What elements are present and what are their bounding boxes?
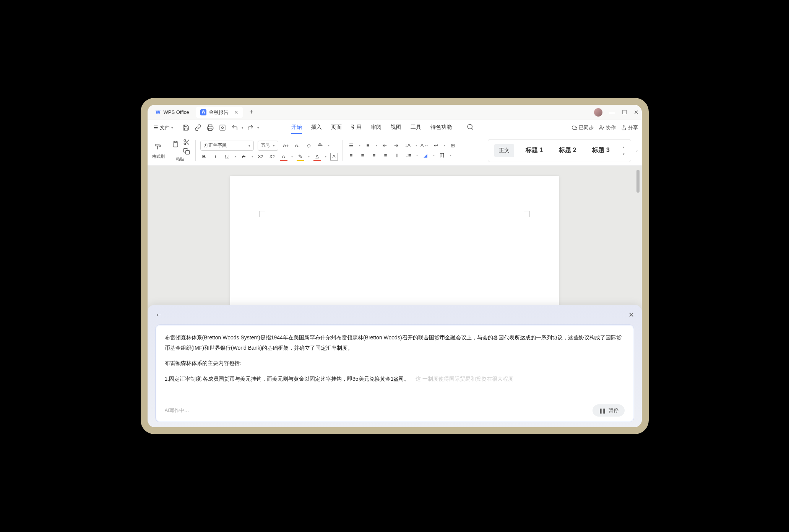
scroll-thumb[interactable] <box>636 170 640 193</box>
bullet-list-button[interactable]: ☰ <box>347 142 355 149</box>
undo-dropdown-icon[interactable]: ▾ <box>242 126 244 130</box>
tab-document[interactable]: W 金融报告 ✕ <box>196 107 243 118</box>
redo-dropdown-icon[interactable]: ▾ <box>257 126 259 130</box>
ai-content-box: 布雷顿森林体系(Bretton Woods System)是指1944年在美国新… <box>155 324 634 422</box>
menu-page[interactable]: 页面 <box>331 122 342 134</box>
sync-status[interactable]: 已同步 <box>572 124 594 131</box>
minimize-button[interactable]: — <box>609 109 615 115</box>
font-color-button[interactable]: A <box>280 153 287 161</box>
style-heading1[interactable]: 标题 1 <box>521 143 547 157</box>
menu-features[interactable]: 特色功能 <box>430 122 452 134</box>
ai-close-button[interactable]: ✕ <box>628 311 634 319</box>
chevron-down-icon[interactable]: ▾ <box>416 154 418 157</box>
border-button[interactable]: ⊞ <box>449 142 457 149</box>
line-break-button[interactable]: ↩ <box>432 142 440 149</box>
chevron-down-icon[interactable]: ▾ <box>325 155 326 158</box>
menu-start[interactable]: 开始 <box>291 122 302 134</box>
format-painter-button[interactable] <box>153 141 164 152</box>
ai-footer: AI写作中… ❚❚ 暂停 <box>165 404 625 417</box>
undo-button[interactable] <box>229 122 240 133</box>
menu-review[interactable]: 审阅 <box>371 122 382 134</box>
chevron-down-icon[interactable]: ▾ <box>328 144 330 147</box>
svg-rect-15 <box>185 151 189 154</box>
shading-button[interactable]: ◢ <box>422 152 429 159</box>
ai-back-button[interactable]: ← <box>155 310 163 319</box>
number-list-button[interactable]: ≡ <box>364 142 372 149</box>
align-center-button[interactable]: ≡ <box>359 152 367 159</box>
char-border-button[interactable]: A <box>330 153 338 161</box>
align-left-button[interactable]: ≡ <box>347 152 355 159</box>
phonetic-button[interactable]: ⺷ <box>317 142 324 149</box>
increase-indent-button[interactable]: ⇥ <box>393 142 400 149</box>
italic-button[interactable]: I <box>212 153 219 161</box>
add-tab-button[interactable]: + <box>245 108 257 116</box>
collab-button[interactable]: 协作 <box>599 124 616 131</box>
share-button[interactable]: 分享 <box>621 124 638 131</box>
styles-expand[interactable]: ▴▾ <box>623 145 625 156</box>
chevron-down-icon[interactable]: ▾ <box>416 144 417 147</box>
paste-group: 粘贴 <box>169 139 191 162</box>
text-direction-button[interactable]: ↕A <box>404 142 412 149</box>
print-preview-button[interactable] <box>217 122 228 133</box>
chevron-down-icon[interactable]: ▾ <box>433 154 435 157</box>
superscript-button[interactable]: X2 <box>268 153 276 161</box>
decrease-font-button[interactable]: A- <box>294 142 301 149</box>
close-window-button[interactable]: ✕ <box>634 109 639 116</box>
style-heading2[interactable]: 标题 2 <box>554 143 581 157</box>
font-size-value: 五号 <box>261 142 270 149</box>
text-shading-button[interactable]: A <box>313 153 321 161</box>
menu-reference[interactable]: 引用 <box>351 122 362 134</box>
search-button[interactable] <box>465 122 476 132</box>
copy-button[interactable] <box>183 148 190 155</box>
chevron-down-icon[interactable]: ▾ <box>359 144 360 147</box>
subscript-button[interactable]: X2 <box>257 153 265 161</box>
maximize-button[interactable]: ☐ <box>622 109 627 116</box>
chevron-down-icon[interactable]: ▾ <box>291 155 293 158</box>
distribute-button[interactable]: ⫴ <box>393 152 401 159</box>
svg-line-13 <box>187 143 188 144</box>
redo-button[interactable] <box>245 122 256 133</box>
cut-button[interactable] <box>183 139 190 146</box>
bold-button[interactable]: B <box>200 153 208 161</box>
share-label: 分享 <box>628 124 638 131</box>
increase-font-button[interactable]: A+ <box>282 142 290 149</box>
link-button[interactable] <box>193 122 203 133</box>
file-menu[interactable]: ☰ 文件 ▾ <box>151 123 175 133</box>
file-label: 文件 <box>160 124 170 131</box>
share-icon <box>621 125 627 130</box>
strikethrough-button[interactable]: A <box>240 153 248 161</box>
menu-insert[interactable]: 插入 <box>311 122 322 134</box>
align-justify-button[interactable]: ≡ <box>382 152 390 159</box>
chevron-down-icon[interactable]: ▾ <box>444 144 445 147</box>
user-avatar[interactable] <box>594 108 602 117</box>
chevron-down-icon[interactable]: ▾ <box>376 144 377 147</box>
font-name-select[interactable]: 方正兰亭黑 ▾ <box>200 141 254 151</box>
char-scale-button[interactable]: A↔ <box>421 142 429 149</box>
chevron-down-icon[interactable]: ▾ <box>450 154 451 157</box>
ribbon-chevron-icon[interactable]: › <box>636 148 638 153</box>
decrease-indent-button[interactable]: ⇤ <box>381 142 389 149</box>
paragraph-group: ☰▾ ≡▾ ⇤ ⇥ ↕A▾ A↔ ↩▾ ⊞ ≡ ≡ ≡ ≡ ⫴ ↕≡▾ ◢▾ <box>347 142 457 159</box>
tab-app[interactable]: W WPS Office <box>151 107 194 118</box>
tablet-frame: W WPS Office W 金融报告 ✕ + — ☐ ✕ ☰ 文件 ▾ <box>141 98 649 434</box>
chevron-down-icon[interactable]: ▾ <box>235 155 236 158</box>
print-button[interactable] <box>205 122 216 133</box>
borders-button[interactable]: 田 <box>438 152 446 159</box>
save-button[interactable] <box>180 122 191 133</box>
font-size-select[interactable]: 五号 ▾ <box>258 141 278 151</box>
cloud-icon <box>572 125 577 130</box>
chevron-down-icon[interactable]: ▾ <box>252 155 253 158</box>
clear-format-button[interactable]: ◇ <box>305 142 313 149</box>
menu-view[interactable]: 视图 <box>391 122 401 134</box>
ai-stop-button[interactable]: ❚❚ 暂停 <box>593 404 625 417</box>
chevron-down-icon[interactable]: ▾ <box>308 155 310 158</box>
align-right-button[interactable]: ≡ <box>370 152 378 159</box>
line-spacing-button[interactable]: ↕≡ <box>405 152 412 159</box>
paste-button[interactable] <box>170 139 181 149</box>
underline-button[interactable]: U <box>223 153 231 161</box>
style-heading3[interactable]: 标题 3 <box>588 143 614 157</box>
style-normal[interactable]: 正文 <box>494 144 514 157</box>
menu-tools[interactable]: 工具 <box>411 122 421 134</box>
close-tab-icon[interactable]: ✕ <box>234 109 239 115</box>
highlight-button[interactable]: ✎ <box>297 153 304 161</box>
